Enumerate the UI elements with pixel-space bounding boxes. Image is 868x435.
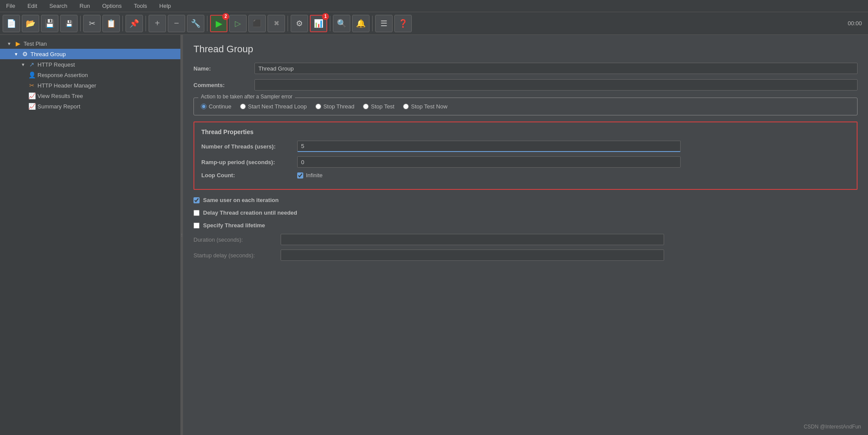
action-continue[interactable]: Continue bbox=[201, 103, 231, 110]
specify-lifetime-checkbox[interactable] bbox=[193, 223, 200, 229]
clear-all-button[interactable]: ⚙ bbox=[291, 15, 308, 32]
search-button[interactable]: 🔍 bbox=[333, 15, 350, 32]
toolbar-separator-4 bbox=[207, 16, 207, 31]
same-user-row: Same user on each iteration bbox=[193, 196, 858, 204]
http-request-label: HTTP Request bbox=[37, 61, 75, 68]
name-row: Name: bbox=[193, 63, 858, 74]
help-button[interactable]: ❓ bbox=[394, 15, 412, 32]
summary-report-label: Summary Report bbox=[37, 103, 80, 110]
start-icon: ▶ bbox=[216, 18, 222, 29]
http-header-manager-icon: ✂ bbox=[28, 82, 36, 89]
sidebar-item-summary-report[interactable]: ▶ 📈 Summary Report bbox=[0, 101, 183, 111]
comments-input[interactable] bbox=[254, 79, 858, 91]
delay-thread-label: Delay Thread creation until needed bbox=[203, 209, 297, 216]
start-button[interactable]: ▶ 2 bbox=[210, 15, 227, 32]
main-layout: ▼ ▶ Test Plan ▼ ⚙ Thread Group ▼ ↗ HTTP … bbox=[0, 35, 868, 435]
search-icon: 🔍 bbox=[337, 19, 346, 28]
delay-thread-checkbox[interactable] bbox=[193, 210, 200, 216]
copy-button[interactable]: 📋 bbox=[102, 15, 120, 32]
action-stop-test-now-radio[interactable] bbox=[403, 104, 409, 109]
start-badge: 2 bbox=[222, 13, 229, 20]
cut-icon: ✂ bbox=[89, 19, 95, 28]
add-button[interactable]: + bbox=[149, 15, 166, 32]
warning-icon: 🔔 bbox=[356, 19, 366, 28]
http-header-manager-label: HTTP Header Manager bbox=[37, 82, 96, 89]
wand-button[interactable]: 🔧 bbox=[187, 15, 204, 32]
specify-lifetime-row: Specify Thread lifetime bbox=[193, 221, 858, 229]
name-input[interactable] bbox=[254, 63, 858, 74]
menu-edit[interactable]: Edit bbox=[25, 2, 40, 10]
name-label: Name: bbox=[193, 65, 254, 72]
duration-label: Duration (seconds): bbox=[193, 236, 281, 243]
menu-run[interactable]: Run bbox=[77, 2, 93, 10]
action-radio-group: Continue Start Next Thread Loop Stop Thr… bbox=[201, 103, 850, 110]
action-stop-thread-radio[interactable] bbox=[315, 104, 321, 109]
save-as-button[interactable]: 💾 bbox=[60, 15, 78, 32]
sidebar-item-response-assertion[interactable]: ▶ 👤 Response Assertion bbox=[0, 70, 183, 80]
content-panel: Thread Group Name: Comments: Action to b… bbox=[183, 35, 868, 435]
same-user-checkbox[interactable] bbox=[193, 197, 200, 203]
thread-group-icon: ⚙ bbox=[21, 51, 29, 57]
duration-input[interactable] bbox=[281, 234, 664, 245]
test-plan-label: Test Plan bbox=[24, 40, 47, 47]
action-continue-radio[interactable] bbox=[201, 104, 207, 109]
shutdown-button[interactable]: ✖ bbox=[268, 15, 285, 32]
action-stop-test-now[interactable]: Stop Test Now bbox=[403, 103, 448, 110]
timer: 00:00 bbox=[848, 20, 865, 27]
sidebar: ▼ ▶ Test Plan ▼ ⚙ Thread Group ▼ ↗ HTTP … bbox=[0, 35, 183, 435]
startup-delay-input[interactable] bbox=[281, 250, 664, 261]
sidebar-item-http-header-manager[interactable]: ▶ ✂ HTTP Header Manager bbox=[0, 80, 183, 91]
copy-icon: 📋 bbox=[106, 19, 116, 28]
action-start-next-radio[interactable] bbox=[240, 104, 246, 109]
warning-button[interactable]: 🔔 bbox=[352, 15, 370, 32]
save-button[interactable]: 💾 bbox=[41, 15, 58, 32]
startup-delay-row: Startup delay (seconds): bbox=[193, 250, 858, 261]
sidebar-item-view-results-tree[interactable]: ▶ 📈 View Results Tree bbox=[0, 91, 183, 101]
stop-button[interactable]: ⬛ bbox=[248, 15, 266, 32]
view-results-tree-label: View Results Tree bbox=[37, 93, 83, 99]
ramp-up-label: Ramp-up period (seconds): bbox=[201, 159, 297, 165]
menu-search[interactable]: Search bbox=[47, 2, 70, 10]
action-stop-thread[interactable]: Stop Thread bbox=[315, 103, 354, 110]
comments-row: Comments: bbox=[193, 79, 858, 91]
action-start-next[interactable]: Start Next Thread Loop bbox=[240, 103, 307, 110]
duration-row: Duration (seconds): bbox=[193, 234, 858, 245]
num-threads-input[interactable] bbox=[297, 141, 681, 152]
loop-count-row: Loop Count: Infinite bbox=[201, 172, 850, 179]
open-icon: 📂 bbox=[26, 19, 35, 28]
open-button[interactable]: 📂 bbox=[22, 15, 39, 32]
infinite-label: Infinite bbox=[306, 172, 322, 179]
start-no-pause-icon: ▷ bbox=[235, 19, 241, 28]
sidebar-item-thread-group[interactable]: ▼ ⚙ Thread Group bbox=[0, 49, 183, 59]
response-assertion-icon: 👤 bbox=[28, 71, 36, 78]
infinite-checkbox[interactable] bbox=[297, 172, 303, 179]
sidebar-splitter[interactable]: ⋮ bbox=[180, 35, 183, 435]
sidebar-item-http-request[interactable]: ▼ ↗ HTTP Request bbox=[0, 59, 183, 70]
menu-help[interactable]: Help bbox=[157, 2, 174, 10]
paste-button[interactable]: 📌 bbox=[125, 15, 143, 32]
generate-report-button[interactable]: 📊 1 bbox=[310, 15, 327, 32]
cut-button[interactable]: ✂ bbox=[83, 15, 101, 32]
action-stop-test[interactable]: Stop Test bbox=[363, 103, 394, 110]
infinite-checkbox-label[interactable]: Infinite bbox=[297, 172, 322, 179]
action-stop-test-label: Stop Test bbox=[371, 103, 394, 110]
menu-file[interactable]: File bbox=[3, 2, 18, 10]
sidebar-item-test-plan[interactable]: ▼ ▶ Test Plan bbox=[0, 38, 183, 49]
http-request-icon: ↗ bbox=[28, 61, 36, 68]
http-request-arrow: ▼ bbox=[21, 62, 26, 67]
list-button[interactable]: ☰ bbox=[375, 15, 393, 32]
same-user-label: Same user on each iteration bbox=[203, 197, 278, 203]
start-no-pause-button[interactable]: ▷ bbox=[229, 15, 247, 32]
remove-button[interactable]: − bbox=[168, 15, 185, 32]
new-button[interactable]: 📄 bbox=[3, 15, 20, 32]
loop-count-label: Loop Count: bbox=[201, 172, 297, 179]
clear-all-icon: ⚙ bbox=[296, 19, 303, 28]
toolbar-separator-3 bbox=[146, 16, 146, 31]
action-section-legend: Action to be taken after a Sampler error bbox=[198, 94, 295, 100]
shutdown-icon: ✖ bbox=[274, 19, 279, 27]
menu-options[interactable]: Options bbox=[99, 2, 124, 10]
ramp-up-input[interactable] bbox=[297, 156, 681, 168]
splitter-dots: ⋮ bbox=[180, 233, 183, 237]
menu-tools[interactable]: Tools bbox=[131, 2, 149, 10]
action-stop-test-radio[interactable] bbox=[363, 104, 369, 109]
